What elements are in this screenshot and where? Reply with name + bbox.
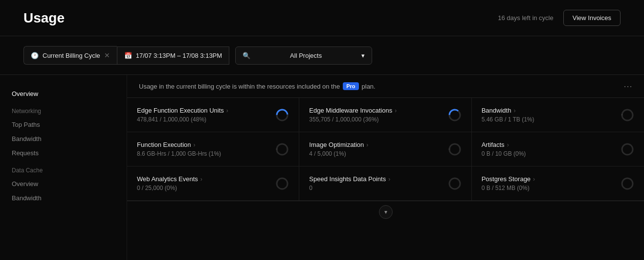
usage-cell-info: Bandwidth › 5.46 GB / 1 TB (1%): [482, 107, 534, 123]
donut-chart: [621, 108, 634, 122]
chevron-right-icon: ›: [366, 142, 368, 148]
chevron-right-icon: ›: [200, 176, 202, 183]
chevron-right-icon: ›: [395, 107, 397, 114]
usage-cell-info: Edge Function Execution Units › 478,841 …: [137, 107, 228, 123]
usage-cell-info: Edge Middleware Invocations › 355,705 / …: [309, 107, 397, 123]
notice-suffix: plan.: [362, 83, 376, 90]
sidebar-item-top-paths[interactable]: Top Paths: [0, 118, 127, 132]
usage-cell-name: Function Execution ›: [137, 141, 221, 148]
clock-icon: 🕐: [31, 52, 39, 59]
usage-cell-name: Edge Middleware Invocations ›: [309, 107, 397, 114]
usage-cell-value: 4 / 5,000 (1%): [309, 150, 368, 157]
usage-cell-value: 0 B / 512 MB (0%): [482, 185, 535, 191]
notice-prefix: Usage in the current billing cycle is wi…: [139, 83, 340, 90]
usage-cell[interactable]: Function Execution › 8.6 GB-Hrs / 1,000 …: [127, 132, 299, 166]
svg-point-12: [449, 178, 460, 189]
svg-point-4: [622, 110, 633, 120]
usage-cell[interactable]: Edge Function Execution Units › 478,841 …: [127, 98, 299, 132]
donut-chart: [275, 142, 289, 156]
filters-bar: 🕐 Current Billing Cycle ✕ 📅 17/07 3:13PM…: [0, 36, 644, 75]
usage-cell-info: Postgres Storage › 0 B / 512 MB (0%): [482, 175, 535, 191]
donut-chart: [275, 177, 289, 190]
cycle-text: 16 days left in cycle: [498, 14, 553, 22]
usage-cell-value: 0: [309, 185, 390, 191]
usage-cell-info: Artifacts › 0 B / 10 GB (0%): [482, 141, 526, 157]
projects-label: All Projects: [290, 52, 322, 59]
usage-cell-name: Edge Function Execution Units ›: [137, 107, 228, 114]
projects-filter[interactable]: 🔍 All Projects ▾: [235, 47, 372, 65]
usage-cell[interactable]: Web Analytics Events › 0 / 25,000 (0%): [127, 166, 299, 201]
chevron-right-icon: ›: [513, 107, 515, 114]
clear-billing-cycle-icon[interactable]: ✕: [104, 51, 110, 59]
notice-text: Usage in the current billing cycle is wi…: [139, 82, 376, 90]
billing-cycle-filter[interactable]: 🕐 Current Billing Cycle ✕: [23, 46, 117, 65]
usage-cell-value: 5.46 GB / 1 TB (1%): [482, 116, 534, 123]
usage-cell[interactable]: Edge Middleware Invocations › 355,705 / …: [299, 98, 471, 132]
search-icon: 🔍: [243, 52, 250, 59]
chevron-right-icon: ›: [194, 142, 196, 148]
donut-chart: [275, 108, 289, 122]
usage-cell[interactable]: Image Optimization › 4 / 5,000 (1%): [299, 132, 471, 166]
usage-cell-value: 0 B / 10 GB (0%): [482, 150, 526, 157]
main-layout: Overview Networking Top Paths Bandwidth …: [0, 75, 644, 260]
date-range-filter[interactable]: 📅 17/07 3:13PM – 17/08 3:13PM: [117, 47, 229, 65]
usage-cell-value: 8.6 GB-Hrs / 1,000 GB-Hrs (1%): [137, 150, 221, 157]
chevron-right-icon: ›: [226, 107, 228, 114]
calendar-icon: 📅: [124, 52, 132, 59]
scroll-hint: ▾: [127, 201, 644, 223]
usage-cell-name: Bandwidth ›: [482, 107, 534, 114]
usage-cell-info: Web Analytics Events › 0 / 25,000 (0%): [137, 175, 202, 191]
usage-cell[interactable]: Artifacts › 0 B / 10 GB (0%): [472, 132, 644, 166]
donut-chart: [621, 177, 634, 190]
chevron-right-icon: ›: [533, 176, 535, 183]
usage-cell-name: Speed Insights Data Points ›: [309, 175, 390, 183]
chevron-right-icon: ›: [507, 142, 509, 148]
sidebar-item-requests[interactable]: Requests: [0, 146, 127, 160]
usage-cell-info: Function Execution › 8.6 GB-Hrs / 1,000 …: [137, 141, 221, 157]
svg-point-11: [277, 178, 288, 189]
sidebar-item-cache-bandwidth[interactable]: Bandwidth: [0, 191, 127, 205]
usage-cell-name: Image Optimization ›: [309, 141, 368, 148]
donut-chart: [448, 142, 462, 156]
date-range-label: 17/07 3:13PM – 17/08 3:13PM: [136, 52, 222, 59]
usage-cell-value: 0 / 25,000 (0%): [137, 185, 202, 191]
usage-cell[interactable]: Bandwidth › 5.46 GB / 1 TB (1%): [472, 98, 644, 132]
more-options-button[interactable]: ⋯: [623, 82, 632, 91]
donut-chart: [621, 142, 634, 156]
notice-bar: Usage in the current billing cycle is wi…: [127, 75, 644, 98]
usage-grid: Edge Function Execution Units › 478,841 …: [127, 98, 644, 201]
sidebar-item-cache-overview[interactable]: Overview: [0, 177, 127, 191]
scroll-down-button[interactable]: ▾: [379, 205, 393, 219]
usage-cell-info: Speed Insights Data Points › 0: [309, 175, 390, 191]
usage-content: Usage in the current billing cycle is wi…: [127, 75, 644, 260]
usage-cell-name: Artifacts ›: [482, 141, 526, 148]
usage-cell[interactable]: Postgres Storage › 0 B / 512 MB (0%): [472, 166, 644, 201]
sidebar-item-bandwidth[interactable]: Bandwidth: [0, 132, 127, 146]
view-invoices-button[interactable]: View Invoices: [563, 10, 621, 26]
usage-cell-value: 355,705 / 1,000,000 (36%): [309, 116, 397, 123]
sidebar: Overview Networking Top Paths Bandwidth …: [0, 75, 127, 260]
chevron-down-icon: ▾: [361, 52, 365, 59]
sidebar-item-overview[interactable]: Overview: [0, 87, 127, 101]
page-title: Usage: [23, 10, 65, 26]
usage-cell-value: 478,841 / 1,000,000 (48%): [137, 116, 228, 123]
sidebar-section-networking: Networking: [0, 105, 127, 118]
sidebar-section-data-cache: Data Cache: [0, 164, 127, 177]
usage-cell-name: Web Analytics Events ›: [137, 175, 202, 183]
svg-point-6: [277, 144, 288, 155]
svg-point-8: [449, 144, 460, 155]
page-header: Usage 16 days left in cycle View Invoice…: [0, 0, 644, 36]
chevron-right-icon: ›: [388, 176, 390, 183]
usage-cell[interactable]: Speed Insights Data Points › 0: [299, 166, 471, 201]
usage-cell-name: Postgres Storage ›: [482, 175, 535, 183]
usage-cell-info: Image Optimization › 4 / 5,000 (1%): [309, 141, 368, 157]
pro-badge: Pro: [343, 82, 358, 90]
donut-chart: [448, 108, 462, 122]
svg-point-10: [622, 144, 633, 155]
donut-chart: [448, 177, 462, 190]
svg-point-13: [622, 178, 633, 189]
header-actions: 16 days left in cycle View Invoices: [498, 10, 621, 26]
billing-cycle-label: Current Billing Cycle: [43, 52, 100, 59]
